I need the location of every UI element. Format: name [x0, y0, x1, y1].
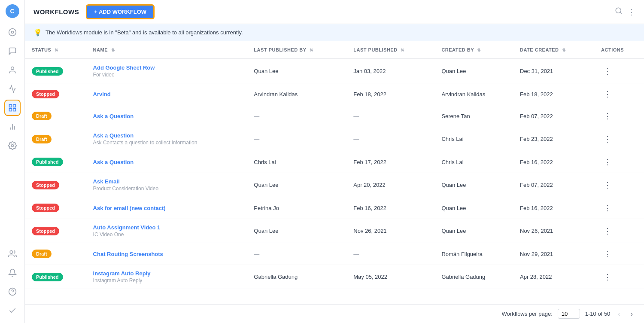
- table-row: Published Add Google Sheet Row For video…: [25, 59, 644, 83]
- pagination-next-button[interactable]: ›: [628, 309, 635, 319]
- workflow-name-link[interactable]: Add Google Sheet Row: [93, 64, 240, 71]
- table-row: Stopped Arvind Arvindran Kalidas Feb 18,…: [25, 83, 644, 105]
- cell-created-by: Quan Lee: [434, 173, 513, 197]
- status-badge: Published: [32, 158, 63, 166]
- row-actions-button[interactable]: ⋮: [601, 66, 614, 77]
- row-actions-button[interactable]: ⋮: [601, 156, 614, 168]
- sidebar-item-notifications[interactable]: [4, 265, 21, 281]
- main-content: WORKFLOWS + ADD WORKFLOW ⋮ 💡 The Workflo…: [25, 0, 644, 323]
- sidebar-item-contacts[interactable]: [4, 62, 21, 78]
- cell-actions: ⋮: [594, 127, 644, 151]
- sidebar-item-campaigns[interactable]: [4, 81, 21, 97]
- workflow-name-link[interactable]: Arvind: [93, 91, 240, 98]
- table-row: Stopped Ask Email Product Consideration …: [25, 173, 644, 197]
- svg-rect-4: [13, 105, 15, 107]
- col-date-created[interactable]: DATE CREATED ⇅: [513, 41, 594, 59]
- topbar: WORKFLOWS + ADD WORKFLOW ⋮: [25, 0, 644, 24]
- per-page-select[interactable]: 10 20 50 100: [558, 309, 580, 319]
- cell-last-published: Nov 26, 2021: [346, 219, 434, 243]
- svg-line-15: [620, 12, 621, 13]
- row-actions-button[interactable]: ⋮: [601, 134, 614, 145]
- date-created-value: Dec 31, 2021: [520, 68, 553, 74]
- sidebar-item-workflows[interactable]: [4, 100, 21, 116]
- cell-date-created: Nov 26, 2021: [513, 219, 594, 243]
- created-by-value: Gabriella Gadung: [441, 274, 485, 280]
- cell-actions: ⋮: [594, 219, 644, 243]
- workflow-name-link[interactable]: Instagram Auto Reply: [93, 270, 240, 277]
- sidebar-item-check[interactable]: [4, 302, 21, 319]
- date-created-value: Nov 26, 2021: [520, 228, 553, 234]
- workflow-name-link[interactable]: Ask a Question: [93, 132, 240, 139]
- cell-status: Stopped: [25, 173, 86, 197]
- row-actions-button[interactable]: ⋮: [601, 180, 614, 191]
- cell-last-published-by: Quan Lee: [247, 59, 346, 83]
- col-last-published-by[interactable]: LAST PUBLISHED BY ⇅: [247, 41, 346, 59]
- created-by-value: Quan Lee: [441, 228, 466, 234]
- row-actions-button[interactable]: ⋮: [601, 225, 614, 237]
- beta-message: The Workflows module is in "Beta" and is…: [46, 29, 243, 36]
- date-created-value: Feb 23, 2022: [520, 136, 553, 142]
- sidebar-item-conversations[interactable]: [4, 43, 21, 59]
- workflow-name-link[interactable]: Ask for email (new contact): [93, 205, 240, 211]
- row-actions-button[interactable]: ⋮: [601, 248, 614, 259]
- last-published-by-value: Gabriella Gadung: [254, 274, 298, 280]
- row-actions-button[interactable]: ⋮: [601, 88, 614, 100]
- add-workflow-button[interactable]: + ADD WORKFLOW: [86, 4, 155, 19]
- cell-last-published-by: Gabriella Gadung: [247, 265, 346, 289]
- cell-status: Draft: [25, 105, 86, 127]
- workflows-table: STATUS ⇅ NAME ⇅ LAST PUBLISHED BY ⇅ LAST…: [25, 41, 644, 289]
- cell-date-created: Dec 31, 2021: [513, 59, 594, 83]
- cell-last-published-by: Chris Lai: [247, 151, 346, 173]
- more-options-icon[interactable]: ⋮: [628, 7, 635, 17]
- search-icon[interactable]: [615, 7, 623, 17]
- row-actions-button[interactable]: ⋮: [601, 271, 614, 283]
- sidebar-item-team[interactable]: [4, 246, 21, 262]
- created-by-value: Chris Lai: [441, 136, 463, 142]
- sidebar-item-help[interactable]: [4, 283, 21, 300]
- pagination-prev-button[interactable]: ‹: [615, 309, 623, 319]
- table-row: Draft Ask a Question Ask Contacts a ques…: [25, 127, 644, 151]
- date-created-value: Feb 07, 2022: [520, 113, 553, 119]
- workflow-name-link[interactable]: Auto Assignment Video 1: [93, 224, 240, 231]
- cell-created-by: Quan Lee: [434, 197, 513, 219]
- status-badge: Draft: [32, 135, 52, 143]
- cell-last-published: Jan 03, 2022: [346, 59, 434, 83]
- table-body: Published Add Google Sheet Row For video…: [25, 59, 644, 289]
- workflow-subtitle: Ask Contacts a question to collect infor…: [93, 140, 240, 146]
- cell-created-by: Serene Tan: [434, 105, 513, 127]
- sort-status-icon: ⇅: [55, 48, 58, 52]
- cell-last-published-by: Quan Lee: [247, 219, 346, 243]
- row-actions-button[interactable]: ⋮: [601, 110, 614, 122]
- workflow-name-link[interactable]: Ask a Question: [93, 113, 240, 119]
- workflow-name-link[interactable]: Chat Routing Screenshots: [93, 251, 240, 257]
- cell-date-created: Feb 16, 2022: [513, 151, 594, 173]
- sidebar-item-reports[interactable]: [4, 119, 21, 135]
- sidebar-item-dashboard[interactable]: [4, 24, 21, 40]
- status-badge: Published: [32, 273, 63, 281]
- cell-date-created: Nov 29, 2021: [513, 243, 594, 265]
- col-status[interactable]: STATUS ⇅: [25, 41, 86, 59]
- col-last-published[interactable]: LAST PUBLISHED ⇅: [346, 41, 434, 59]
- cell-last-published-by: —: [247, 127, 346, 151]
- row-actions-button[interactable]: ⋮: [601, 202, 614, 213]
- last-published-by-value: Chris Lai: [254, 159, 276, 165]
- status-badge: Stopped: [32, 90, 59, 98]
- last-published-value: —: [353, 136, 359, 142]
- cell-actions: ⋮: [594, 197, 644, 219]
- table-footer: Workflows per page: 10 20 50 100 1-10 of…: [25, 304, 644, 323]
- table-row: Draft Chat Routing Screenshots — — Román…: [25, 243, 644, 265]
- created-by-value: Quan Lee: [441, 68, 466, 74]
- pagination-info: 1-10 of 50: [585, 311, 611, 317]
- col-name[interactable]: NAME ⇅: [86, 41, 247, 59]
- sidebar-bottom: [4, 246, 21, 319]
- cell-status: Published: [25, 151, 86, 173]
- cell-last-published: May 05, 2022: [346, 265, 434, 289]
- sidebar-item-settings[interactable]: [4, 137, 21, 154]
- workflow-name-link[interactable]: Ask Email: [93, 178, 240, 185]
- workflow-name-link[interactable]: Ask a Question: [93, 159, 240, 165]
- beta-banner: 💡 The Workflows module is in "Beta" and …: [25, 24, 644, 41]
- cell-status: Draft: [25, 243, 86, 265]
- cell-name: Ask a Question Ask Contacts a question t…: [86, 127, 247, 151]
- col-created-by[interactable]: CREATED BY ⇅: [434, 41, 513, 59]
- cell-name: Add Google Sheet Row For video: [86, 59, 247, 83]
